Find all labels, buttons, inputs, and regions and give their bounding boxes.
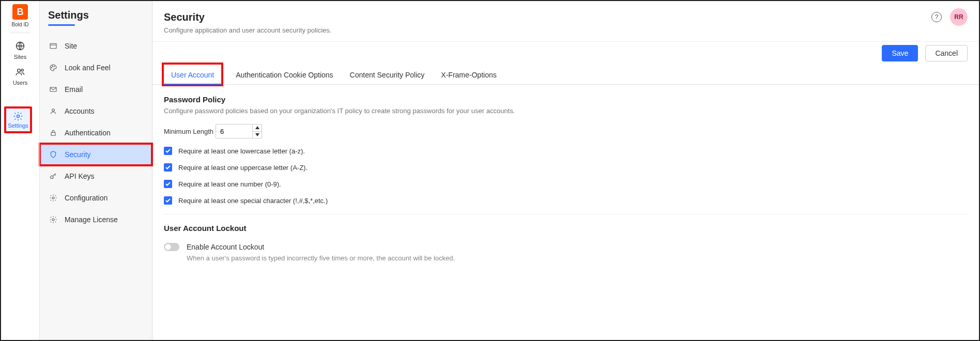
rail-item-label: Sites xyxy=(14,54,26,60)
sidebar-item-api-keys[interactable]: API Keys xyxy=(40,165,152,187)
min-length-input[interactable] xyxy=(216,125,252,138)
sidebar-title-underline xyxy=(48,24,75,26)
sidebar-item-label: Authentication xyxy=(65,129,111,137)
check-label: Require at least one uppercase letter (A… xyxy=(178,164,308,172)
password-policy-desc: Configure password policies based on you… xyxy=(164,107,968,115)
nav-rail: B Bold ID Sites Users Settings xyxy=(1,1,40,340)
check-label: Require at least one special character (… xyxy=(178,197,328,205)
sidebar-item-label: Accounts xyxy=(65,107,95,115)
lock-icon xyxy=(48,129,58,137)
sidebar-item-label: Security xyxy=(65,150,91,159)
svg-point-11 xyxy=(51,176,53,178)
sidebar-item-label: API Keys xyxy=(65,172,95,180)
svg-rect-10 xyxy=(51,132,55,135)
mail-icon xyxy=(48,85,58,94)
check-special[interactable]: Require at least one special character (… xyxy=(164,196,968,205)
site-icon xyxy=(48,42,58,50)
svg-point-2 xyxy=(21,69,23,71)
min-length-stepper[interactable] xyxy=(216,124,262,138)
checkbox-icon[interactable] xyxy=(164,180,172,188)
sidebar-item-label: Configuration xyxy=(65,194,108,202)
cancel-button[interactable]: Cancel xyxy=(925,45,968,61)
svg-point-3 xyxy=(17,115,20,118)
gear-icon xyxy=(48,215,58,224)
sidebar-item-label: Manage License xyxy=(65,215,118,224)
svg-point-12 xyxy=(52,197,54,199)
sidebar-item-label: Site xyxy=(65,42,77,50)
sidebar-item-site[interactable]: Site xyxy=(40,35,152,57)
check-lowercase[interactable]: Require at least one lowercase letter (a… xyxy=(164,147,968,155)
users-icon xyxy=(14,66,26,78)
password-policy-heading: Password Policy xyxy=(164,95,968,104)
tabs: User Account Authentication Cookie Optio… xyxy=(152,65,979,85)
svg-point-7 xyxy=(54,66,54,67)
settings-sidebar: Settings Site Look and Feel Email Accoun… xyxy=(40,1,152,340)
tab-user-account[interactable]: User Account xyxy=(164,65,221,84)
palette-icon xyxy=(48,64,58,72)
sidebar-item-authentication[interactable]: Authentication xyxy=(40,122,152,144)
svg-point-1 xyxy=(18,69,21,72)
brand-name: Bold ID xyxy=(12,22,29,27)
sidebar-item-configuration[interactable]: Configuration xyxy=(40,187,152,209)
globe-icon xyxy=(14,40,26,52)
svg-point-5 xyxy=(51,67,52,68)
brand-logo-icon: B xyxy=(12,4,28,20)
tab-auth-cookie-options[interactable]: Authentication Cookie Options xyxy=(234,65,335,84)
lockout-desc: When a user's password is typed incorrec… xyxy=(187,254,455,262)
sidebar-item-manage-license[interactable]: Manage License xyxy=(40,209,152,230)
sidebar-item-accounts[interactable]: Accounts xyxy=(40,100,152,122)
stepper-down-icon[interactable] xyxy=(253,132,262,138)
svg-rect-4 xyxy=(50,43,56,48)
sidebar-title: Settings xyxy=(40,9,152,24)
tab-content-security-policy[interactable]: Content Security Policy xyxy=(348,65,427,84)
checkbox-icon[interactable] xyxy=(164,163,172,172)
sidebar-item-security[interactable]: Security xyxy=(40,144,152,165)
sidebar-item-look-and-feel[interactable]: Look and Feel xyxy=(40,57,152,79)
page-header: Security Configure application and user … xyxy=(152,1,979,42)
svg-point-6 xyxy=(52,66,53,66)
check-uppercase[interactable]: Require at least one uppercase letter (A… xyxy=(164,163,968,172)
main-panel: Security Configure application and user … xyxy=(152,1,979,340)
stepper-up-icon[interactable] xyxy=(253,125,262,132)
rail-item-label: Settings xyxy=(8,122,28,129)
section-divider xyxy=(164,214,968,214)
page-title: Security xyxy=(164,11,968,23)
tab-content: Password Policy Configure password polic… xyxy=(152,85,979,281)
rail-item-sites[interactable]: Sites xyxy=(1,36,39,62)
check-label: Require at least one lowercase letter (a… xyxy=(178,147,305,155)
help-icon[interactable]: ? xyxy=(931,12,942,22)
min-length-row: Minimum Length xyxy=(164,124,968,138)
checkbox-icon[interactable] xyxy=(164,196,172,205)
check-number[interactable]: Require at least one number (0-9). xyxy=(164,180,968,188)
svg-point-13 xyxy=(52,219,54,221)
tab-x-frame-options[interactable]: X-Frame-Options xyxy=(439,65,498,84)
account-icon xyxy=(48,107,58,115)
shield-icon xyxy=(48,150,58,159)
sidebar-item-label: Look and Feel xyxy=(65,64,111,72)
action-buttons: Save Cancel xyxy=(152,42,979,61)
lockout-toggle-label: Enable Account Lockout xyxy=(187,243,455,251)
svg-rect-8 xyxy=(50,87,56,91)
rail-item-label: Users xyxy=(13,80,28,86)
sidebar-item-email[interactable]: Email xyxy=(40,79,152,100)
lockout-toggle[interactable] xyxy=(164,243,179,251)
gear-icon xyxy=(48,194,58,202)
save-button[interactable]: Save xyxy=(882,45,918,61)
min-length-label: Minimum Length xyxy=(164,128,216,135)
gear-icon xyxy=(13,111,23,121)
rail-item-settings[interactable]: Settings xyxy=(4,106,32,133)
key-icon xyxy=(48,172,58,180)
checkbox-icon[interactable] xyxy=(164,147,172,155)
rail-item-users[interactable]: Users xyxy=(1,62,39,88)
lockout-heading: User Account Lockout xyxy=(164,224,968,233)
svg-point-9 xyxy=(52,109,55,112)
user-avatar[interactable]: RR xyxy=(950,8,968,26)
page-subtitle: Configure application and user account s… xyxy=(164,26,968,34)
check-label: Require at least one number (0-9). xyxy=(178,180,281,188)
sidebar-item-label: Email xyxy=(65,85,83,94)
